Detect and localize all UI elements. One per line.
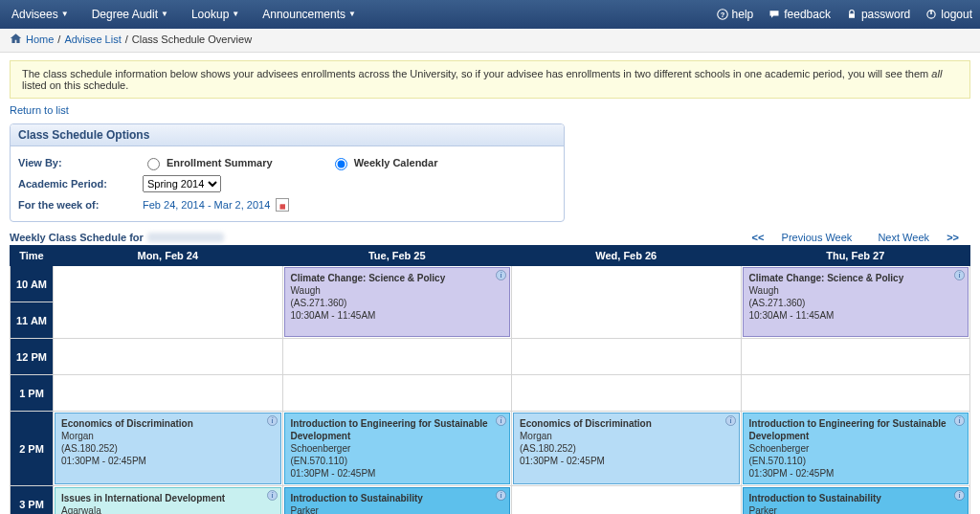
svg-text:?: ? (720, 11, 724, 19)
breadcrumb: Home / Advisee List / Class Schedule Ove… (0, 29, 980, 53)
svg-rect-2 (849, 13, 855, 18)
svg-text:i: i (271, 416, 273, 425)
svg-text:i: i (500, 416, 501, 425)
event-climate-tue[interactable]: i Climate Change: Science & Policy Waugh… (284, 267, 511, 337)
event-title: Economics of Discrimination (61, 417, 275, 430)
event-instructor: Waugh (291, 284, 504, 297)
nav-advisees[interactable]: Advisees▼ (0, 0, 80, 29)
event-title: Introduction to Sustainability (291, 492, 504, 504)
event-title: Issues in International Development (61, 492, 275, 504)
breadcrumb-advisee-list[interactable]: Advisee List (64, 34, 121, 45)
time-slot: 2 PM (11, 412, 54, 486)
event-engsust-thu[interactable]: i Introduction to Engineering for Sustai… (743, 413, 969, 484)
schedule-options-panel: Class Schedule Options View By: Enrollme… (10, 123, 565, 222)
event-title: Climate Change: Science & Policy (291, 272, 504, 284)
info-icon[interactable]: i (725, 415, 736, 426)
event-time: 01:30PM - 02:45PM (61, 455, 275, 467)
home-icon[interactable] (10, 33, 22, 46)
event-instructor: Schoenberger (291, 442, 504, 455)
info-icon[interactable]: i (954, 270, 965, 280)
previous-week-label: Previous Week (782, 232, 853, 243)
svg-text:i: i (271, 491, 273, 500)
chat-icon (768, 9, 780, 20)
nav-lookup[interactable]: Lookup▼ (180, 0, 251, 29)
info-icon[interactable]: i (267, 490, 278, 501)
enrollment-summary-radio-label: Enrollment Summary (167, 157, 273, 168)
event-title: Economics of Discrimination (520, 417, 733, 430)
info-icon[interactable]: i (496, 270, 506, 280)
svg-text:i: i (958, 416, 960, 425)
logout-link[interactable]: logout (918, 0, 980, 29)
svg-text:i: i (729, 416, 731, 425)
event-instructor: Morgan (520, 430, 733, 442)
info-icon[interactable]: i (954, 415, 965, 426)
time-slot: 10 AM (11, 266, 54, 302)
weekly-schedule-title: Weekly Class Schedule for (10, 232, 144, 243)
time-slot: 11 AM (11, 302, 54, 339)
previous-week-link[interactable]: << Previous Week (746, 232, 858, 243)
nav-degree-audit[interactable]: Degree Audit▼ (80, 0, 180, 29)
svg-text:i: i (500, 491, 501, 500)
help-link[interactable]: ? help (709, 0, 762, 29)
banner-text-a: The class schedule information below sho… (22, 68, 931, 79)
info-banner: The class schedule information below sho… (10, 60, 970, 99)
feedback-label: feedback (784, 0, 831, 29)
password-link[interactable]: password (838, 0, 918, 29)
caret-down-icon: ▼ (348, 0, 356, 29)
weekly-calendar-radio-label: Weekly Calendar (354, 157, 438, 168)
event-title: Introduction to Engineering for Sustaina… (749, 417, 963, 442)
event-code: (AS.180.252) (61, 442, 275, 455)
event-engsust-tue[interactable]: i Introduction to Engineering for Sustai… (284, 413, 511, 484)
event-code: (AS.271.360) (749, 297, 963, 309)
password-label: password (861, 0, 910, 29)
nav-announcements-label: Announcements (262, 0, 345, 29)
breadcrumb-current: Class Schedule Overview (132, 34, 252, 45)
event-instructor: Agarwala (61, 504, 275, 514)
event-time: 10:30AM - 11:45AM (749, 309, 963, 322)
calendar-icon[interactable]: ▦ (276, 198, 289, 212)
feedback-link[interactable]: feedback (761, 0, 838, 29)
weekly-calendar: Time Mon, Feb 24 Tue, Feb 25 Wed, Feb 26… (10, 245, 970, 514)
next-week-label: Next Week (878, 232, 929, 243)
week-range-value: Feb 24, 2014 - Mar 2, 2014 (143, 199, 270, 211)
event-title: Introduction to Engineering for Sustaina… (291, 417, 504, 442)
event-introsust-tue[interactable]: i Introduction to Sustainability Parker … (284, 487, 511, 514)
lock-icon (846, 9, 858, 20)
breadcrumb-sep: / (57, 34, 60, 45)
event-introsust-thu[interactable]: i Introduction to Sustainability Parker … (743, 487, 969, 514)
event-time: 01:30PM - 02:45PM (520, 455, 733, 467)
day-header-tue: Tue, Feb 25 (282, 246, 512, 266)
day-header-mon: Mon, Feb 24 (54, 246, 283, 266)
info-icon[interactable]: i (267, 415, 278, 426)
event-instructor: Morgan (61, 430, 275, 442)
info-icon[interactable]: i (496, 415, 506, 426)
options-panel-title: Class Schedule Options (11, 124, 564, 146)
day-header-thu: Thu, Feb 27 (741, 246, 970, 266)
event-econ-mon[interactable]: i Economics of Discrimination Morgan (AS… (55, 413, 281, 484)
caret-down-icon: ▼ (232, 0, 239, 29)
event-econ-wed[interactable]: i Economics of Discrimination Morgan (AS… (513, 413, 740, 484)
svg-text:i: i (958, 271, 960, 279)
event-climate-thu[interactable]: i Climate Change: Science & Policy Waugh… (743, 267, 969, 337)
return-to-list-link[interactable]: Return to list (10, 104, 69, 116)
info-icon[interactable]: i (954, 490, 965, 501)
power-icon (925, 9, 937, 20)
time-slot: 12 PM (11, 339, 54, 375)
event-time: 10:30AM - 11:45AM (291, 309, 504, 322)
nav-announcements[interactable]: Announcements▼ (251, 0, 368, 29)
event-instructor: Parker (749, 504, 963, 514)
academic-period-label: Academic Period: (18, 178, 143, 190)
breadcrumb-home[interactable]: Home (26, 34, 54, 45)
svg-text:i: i (958, 491, 960, 500)
event-code: (AS.180.252) (520, 442, 733, 455)
info-icon[interactable]: i (496, 490, 506, 501)
next-week-link[interactable]: Next Week >> (872, 232, 965, 243)
weekly-calendar-radio[interactable]: Weekly Calendar (330, 155, 438, 170)
logout-label: logout (941, 0, 972, 29)
event-issues-mon[interactable]: i Issues in International Development Ag… (55, 487, 281, 514)
event-instructor: Waugh (749, 284, 963, 297)
academic-period-select[interactable]: Spring 2014 (143, 175, 221, 192)
time-slot: 3 PM (11, 486, 54, 515)
enrollment-summary-radio[interactable]: Enrollment Summary (143, 155, 273, 170)
time-header: Time (11, 246, 54, 266)
